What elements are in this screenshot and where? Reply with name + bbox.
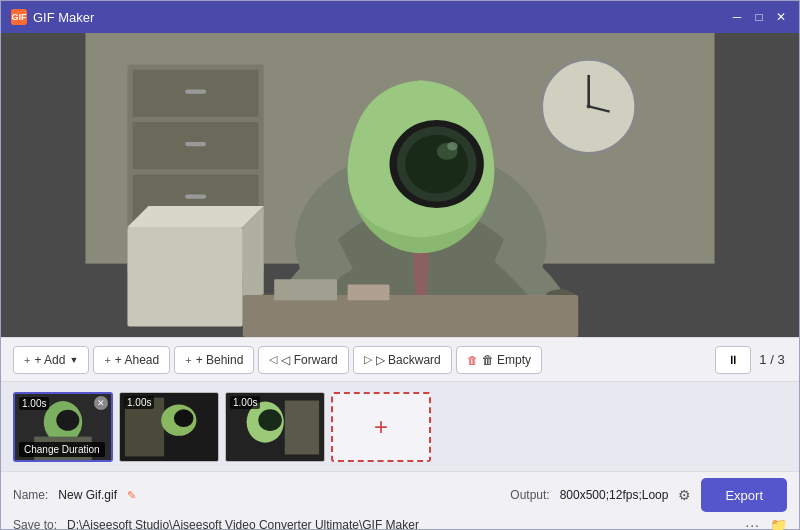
name-row: Name: New Gif.gif ✎ Output: 800x500;12fp… — [13, 478, 787, 512]
svg-rect-24 — [274, 279, 337, 300]
name-label: Name: — [13, 488, 48, 502]
frames-strip: 1.00s ✕ Change Duration 1.00s 1.00s — [1, 381, 799, 471]
svg-point-37 — [258, 409, 282, 431]
svg-marker-10 — [127, 206, 263, 227]
bottom-bar: Name: New Gif.gif ✎ Output: 800x500;12fp… — [1, 471, 799, 529]
frame-item[interactable]: 1.00s ✕ Change Duration — [13, 392, 113, 462]
behind-button[interactable]: + + Behind — [174, 346, 254, 374]
forward-button[interactable]: ◁ ◁ Forward — [258, 346, 348, 374]
frame-duration: 1.00s — [230, 396, 260, 409]
titlebar: GIF GIF Maker ─ □ ✕ — [1, 1, 799, 33]
plus-icon: + — [24, 354, 30, 366]
output-value: 800x500;12fps;Loop — [560, 488, 669, 502]
pause-icon: ⏸ — [727, 353, 739, 367]
add-label: + Add — [34, 353, 65, 367]
app-icon: GIF — [11, 9, 27, 25]
minimize-button[interactable]: ─ — [729, 9, 745, 25]
empty-button[interactable]: 🗑 🗑 Empty — [456, 346, 542, 374]
behind-label: + Behind — [196, 353, 244, 367]
ahead-label: + Ahead — [115, 353, 159, 367]
edit-name-icon[interactable]: ✎ — [127, 489, 136, 502]
frame-close-button[interactable]: ✕ — [94, 396, 108, 410]
svg-rect-35 — [285, 400, 319, 454]
svg-point-22 — [447, 142, 457, 150]
add-button[interactable]: + + Add ▼ — [13, 346, 89, 374]
pagination: ⏸ 1 / 3 — [715, 346, 787, 374]
forward-label: ◁ Forward — [281, 353, 337, 367]
backward-icon: ▷ — [364, 353, 372, 366]
backward-button[interactable]: ▷ ▷ Backward — [353, 346, 452, 374]
svg-rect-8 — [185, 194, 206, 198]
frame-duration: 1.00s — [124, 396, 154, 409]
svg-point-28 — [56, 409, 79, 430]
browse-folder-icon[interactable]: 📁 — [770, 517, 787, 530]
page-indicator: 1 / 3 — [757, 352, 787, 367]
svg-rect-7 — [185, 142, 206, 146]
svg-point-33 — [174, 409, 194, 427]
window-title: GIF Maker — [33, 10, 729, 25]
pause-button[interactable]: ⏸ — [715, 346, 751, 374]
output-label: Output: — [510, 488, 549, 502]
behind-plus-icon: + — [185, 354, 191, 366]
svg-rect-25 — [348, 285, 390, 301]
ahead-plus-icon: + — [104, 354, 110, 366]
save-path: D:\Aiseesoft Studio\Aiseesoft Video Conv… — [67, 518, 419, 530]
toolbar: + + Add ▼ + + Ahead + + Behind ◁ ◁ Forwa… — [1, 337, 799, 381]
settings-icon[interactable]: ⚙ — [678, 487, 691, 503]
svg-rect-23 — [243, 295, 578, 337]
empty-label: 🗑 Empty — [482, 353, 531, 367]
svg-point-20 — [405, 135, 468, 194]
close-button[interactable]: ✕ — [773, 9, 789, 25]
svg-rect-9 — [127, 227, 242, 327]
window-controls: ─ □ ✕ — [729, 9, 789, 25]
path-options-button[interactable]: ··· — [745, 517, 760, 530]
video-content — [1, 33, 799, 337]
svg-rect-6 — [185, 90, 206, 94]
backward-label: ▷ Backward — [376, 353, 441, 367]
frame-item[interactable]: 1.00s — [225, 392, 325, 462]
main-window: GIF GIF Maker ─ □ ✕ — [0, 0, 800, 530]
add-frame-icon: + — [374, 415, 388, 439]
frame-duration: 1.00s — [19, 397, 49, 410]
name-value: New Gif.gif — [58, 488, 117, 502]
export-button[interactable]: Export — [701, 478, 787, 512]
ahead-button[interactable]: + + Ahead — [93, 346, 170, 374]
trash-icon: 🗑 — [467, 354, 478, 366]
dropdown-icon: ▼ — [69, 355, 78, 365]
change-duration-button[interactable]: Change Duration — [19, 442, 105, 457]
maximize-button[interactable]: □ — [751, 9, 767, 25]
add-frame-button[interactable]: + — [331, 392, 431, 462]
video-preview-area — [1, 33, 799, 337]
forward-icon: ◁ — [269, 353, 277, 366]
save-label: Save to: — [13, 518, 57, 530]
save-row: Save to: D:\Aiseesoft Studio\Aiseesoft V… — [13, 517, 787, 530]
frame-item[interactable]: 1.00s — [119, 392, 219, 462]
